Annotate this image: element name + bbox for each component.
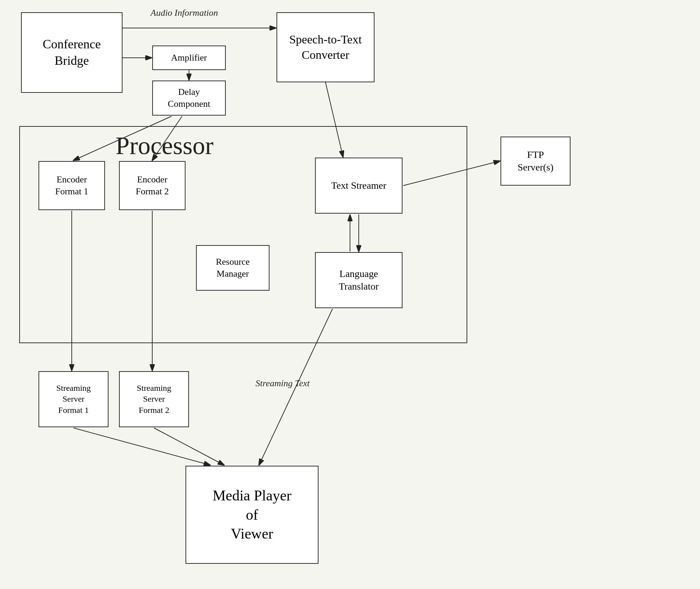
amplifier-box: Amplifier	[152, 46, 226, 70]
delay-component-box: DelayComponent	[152, 81, 226, 116]
encoder-format2-label: EncoderFormat 2	[136, 174, 169, 198]
conference-bridge-box: Conference Bridge	[21, 12, 122, 93]
encoder-format2-box: EncoderFormat 2	[119, 161, 186, 210]
streaming-server2-label: StreamingServerFormat 2	[137, 383, 172, 416]
svg-line-14	[154, 428, 224, 465]
audio-info-label: Audio Information	[150, 8, 218, 18]
resource-manager-label: ResourceManager	[216, 256, 250, 280]
streaming-text-label: Streaming Text	[255, 378, 310, 389]
conference-bridge-label: Conference Bridge	[24, 36, 119, 69]
resource-manager-box: ResourceManager	[196, 245, 270, 291]
amplifier-label: Amplifier	[171, 52, 207, 64]
text-streamer-box: Text Streamer	[315, 158, 402, 214]
streaming-server2-box: StreamingServerFormat 2	[119, 371, 189, 427]
encoder-format1-box: EncoderFormat 1	[38, 161, 105, 210]
ftp-servers-label: FTPServer(s)	[518, 148, 554, 174]
svg-line-13	[74, 428, 210, 465]
streaming-server1-label: StreamingServerFormat 1	[56, 383, 91, 416]
media-player-label: Media PlayerofViewer	[212, 486, 291, 543]
ftp-servers-box: FTPServer(s)	[500, 137, 570, 186]
speech-to-text-label: Speech-to-TextConverter	[289, 32, 362, 63]
delay-component-label: DelayComponent	[168, 86, 210, 110]
encoder-format1-label: EncoderFormat 1	[55, 174, 89, 198]
streaming-server1-box: StreamingServerFormat 1	[38, 371, 108, 427]
processor-label: Processor	[115, 131, 214, 160]
language-translator-box: LanguageTranslator	[315, 252, 402, 308]
media-player-box: Media PlayerofViewer	[186, 466, 318, 564]
diagram: Conference Bridge Speech-to-TextConverte…	[0, 0, 700, 589]
speech-to-text-box: Speech-to-TextConverter	[276, 12, 374, 82]
language-translator-label: LanguageTranslator	[339, 268, 379, 293]
text-streamer-label: Text Streamer	[331, 179, 386, 192]
